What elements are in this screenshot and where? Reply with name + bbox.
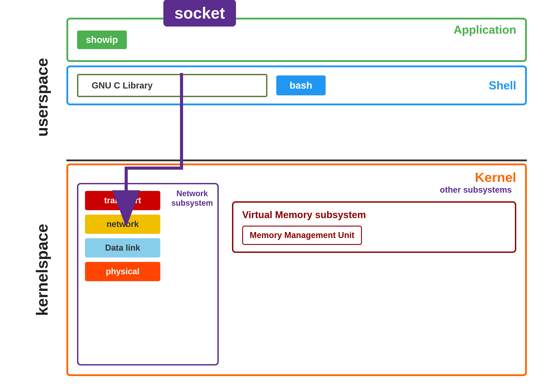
kernel-label: Kernel (475, 170, 516, 185)
kernelspace-label: kernelspace (22, 164, 62, 376)
application-label: Application (454, 23, 516, 36)
kernel-box: Kernel Networksubsystem transport networ… (66, 163, 527, 376)
divider (66, 160, 527, 161)
mmu-box: Memory Management Unit (242, 226, 362, 245)
kernel-inner: Networksubsystem transport network Data … (77, 183, 516, 365)
other-subsystems-label: other subsystems (232, 185, 516, 195)
diagram-container: userspace kernelspace Application showip… (22, 18, 527, 376)
socket-callout: socket (163, 0, 236, 27)
userspace-label: userspace (22, 18, 62, 164)
physical-layer: physical (85, 262, 160, 281)
shell-label: Shell (489, 79, 516, 92)
shell-box: GNU C Library bash Shell (66, 65, 527, 105)
showip-box: showip (77, 30, 127, 49)
gnu-c-library-box: GNU C Library (77, 74, 267, 97)
virtual-memory-box: Virtual Memory subsystem Memory Manageme… (232, 201, 516, 253)
other-subsystems: other subsystems Virtual Memory subsyste… (232, 183, 516, 365)
page-wrapper: userspace kernelspace Application showip… (0, 0, 549, 392)
userspace-section: Application showip socket GNU C Library … (66, 18, 527, 157)
main-content: Application showip socket GNU C Library … (66, 18, 527, 376)
kernelspace-section: Kernel Networksubsystem transport networ… (66, 163, 527, 376)
virtual-memory-label: Virtual Memory subsystem (242, 209, 506, 220)
transport-layer: transport (85, 191, 160, 210)
left-labels: userspace kernelspace (22, 18, 62, 376)
bash-box: bash (276, 76, 326, 95)
network-subsystem-label: Networksubsystem (171, 189, 213, 208)
application-box: Application showip socket (66, 18, 527, 62)
network-subsystem-box: Networksubsystem transport network Data … (77, 183, 219, 365)
data-link-layer: Data link (85, 238, 160, 258)
network-layer: network (85, 215, 160, 234)
